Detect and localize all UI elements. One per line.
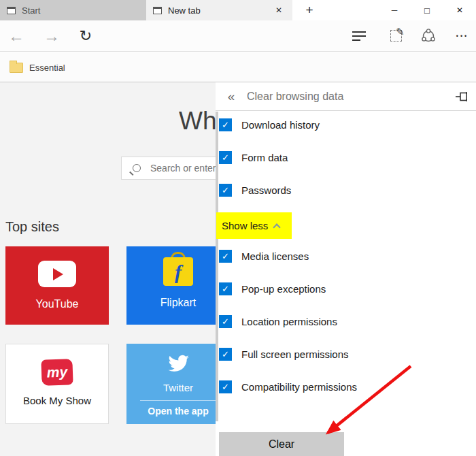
folder-icon (10, 63, 23, 73)
top-sites-heading: Top sites (5, 219, 59, 235)
checkbox-compatibility-permissions[interactable]: ✓ (219, 380, 232, 393)
tile-label: YouTube (36, 298, 79, 310)
checkbox-row-download-history: ✓ Download history (219, 118, 320, 131)
flipkart-bag-icon: f (163, 256, 193, 286)
checkbox-row-form-data: ✓ Form data (219, 150, 288, 164)
tab-start-label: Start (22, 5, 40, 16)
favorites-bar: Essential (0, 52, 476, 82)
tab-new-tab[interactable]: New tab ✕ (146, 0, 292, 20)
panel-scrollbar[interactable] (216, 112, 218, 421)
navigation-bar: ← → ↻ ✎ ••• (0, 20, 476, 52)
bookmyshow-logo-icon: my (41, 359, 73, 386)
tile-divider (140, 400, 216, 401)
close-button[interactable]: ✕ (443, 0, 476, 20)
checkbox-row-popup-exceptions: ✓ Pop-up exceptions (219, 282, 326, 295)
minimize-button[interactable]: ─ (378, 0, 411, 20)
page-icon (153, 7, 162, 14)
clear-button[interactable]: Clear (219, 432, 344, 456)
checkbox-passwords[interactable]: ✓ (219, 184, 232, 197)
more-actions-icon[interactable]: ••• (449, 20, 476, 51)
web-note-icon[interactable]: ✎ (384, 20, 407, 51)
checkbox-row-passwords: ✓ Passwords (219, 183, 291, 197)
tile-label: Twitter (163, 382, 193, 393)
checkbox-form-data[interactable]: ✓ (219, 151, 232, 164)
tile-youtube[interactable]: YouTube (5, 246, 109, 325)
pin-icon[interactable] (456, 92, 468, 101)
maximize-button[interactable]: □ (411, 0, 443, 20)
back-icon[interactable]: ← (4, 20, 29, 51)
checkbox-location-permissions[interactable]: ✓ (219, 315, 232, 328)
checkbox-row-compatibility-permissions: ✓ Compatibility permissions (219, 380, 357, 393)
checkbox-row-full-screen-permissions: ✓ Full screen permissions (219, 347, 349, 361)
window-controls: ─ □ ✕ (378, 0, 476, 20)
chevron-up-icon (273, 223, 281, 231)
tile-label: Book My Show (23, 395, 91, 406)
hub-icon[interactable] (352, 20, 377, 51)
tab-bar: Start New tab ✕ + ─ □ ✕ (0, 0, 476, 20)
checkbox-media-licenses[interactable]: ✓ (219, 250, 232, 263)
tile-twitter[interactable]: Twitter Open the app (126, 344, 230, 424)
tab-start[interactable]: Start (0, 0, 146, 20)
youtube-play-icon (38, 261, 76, 287)
checkbox-download-history[interactable]: ✓ (219, 118, 232, 131)
clear-browsing-data-panel: « Clear browsing data ✓ Download history… (216, 82, 476, 456)
folder-label: Essential (29, 63, 65, 73)
checkbox-popup-exceptions[interactable]: ✓ (219, 282, 232, 295)
tab-close-icon[interactable]: ✕ (271, 0, 287, 20)
panel-back-icon[interactable]: « (224, 89, 239, 104)
show-less-toggle[interactable]: Show less (216, 212, 292, 239)
tile-label: Flipkart (160, 297, 196, 309)
new-tab-button[interactable]: + (299, 0, 320, 20)
tile-flipkart[interactable]: f Flipkart (126, 246, 230, 325)
favorites-folder-essential[interactable]: Essential (7, 58, 68, 77)
panel-title: Clear browsing data (247, 91, 343, 103)
twitter-bird-icon (167, 355, 190, 374)
checkbox-row-media-licenses: ✓ Media licenses (219, 249, 309, 263)
page-icon (7, 7, 16, 14)
tab-new-tab-label: New tab (168, 5, 201, 16)
panel-header: « Clear browsing data (216, 82, 476, 111)
tile-bookmyshow[interactable]: my Book My Show (5, 344, 109, 424)
open-the-app-link[interactable]: Open the app (148, 406, 208, 417)
checkbox-row-location-permissions: ✓ Location permissions (219, 314, 337, 328)
refresh-icon[interactable]: ↻ (73, 20, 98, 51)
share-icon[interactable] (417, 20, 440, 51)
forward-icon[interactable]: → (39, 20, 64, 51)
search-icon (133, 164, 141, 172)
checkbox-full-screen-permissions[interactable]: ✓ (219, 348, 232, 361)
